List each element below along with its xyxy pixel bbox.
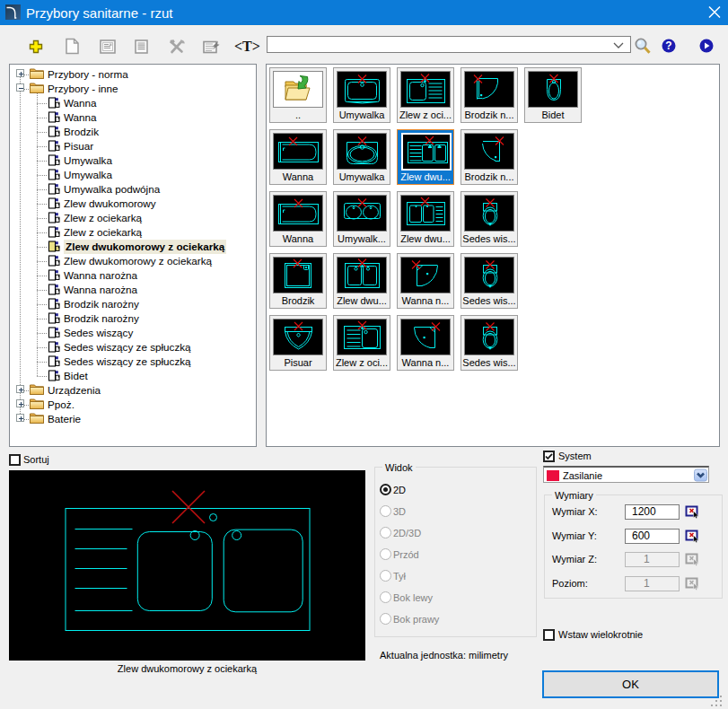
svg-text:?: ? <box>665 39 671 52</box>
